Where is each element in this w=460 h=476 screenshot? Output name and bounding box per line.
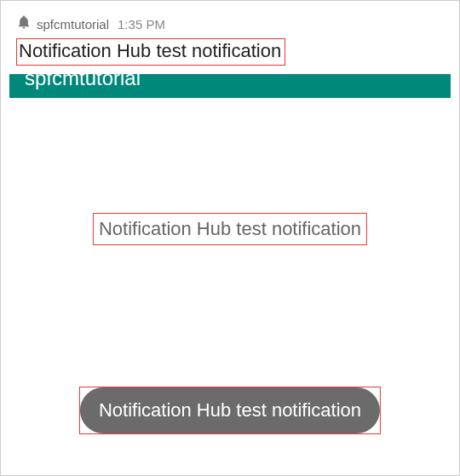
toast-message: Notification Hub test notification <box>80 387 380 433</box>
notification-header: spfcmtutorial 1:35 PM <box>16 14 444 33</box>
bell-icon <box>16 14 32 33</box>
dialog-message[interactable]: Notification Hub test notification <box>93 213 367 245</box>
content-area: Notification Hub test notification Notif… <box>9 98 451 462</box>
notification-app-name: spfcmtutorial <box>37 17 109 32</box>
toast-wrapper: Notification Hub test notification <box>79 387 381 434</box>
notification-panel[interactable]: spfcmtutorial 1:35 PM Notification Hub t… <box>9 9 451 74</box>
notification-title: Notification Hub test notification <box>16 38 285 66</box>
notification-time: 1:35 PM <box>118 17 165 32</box>
